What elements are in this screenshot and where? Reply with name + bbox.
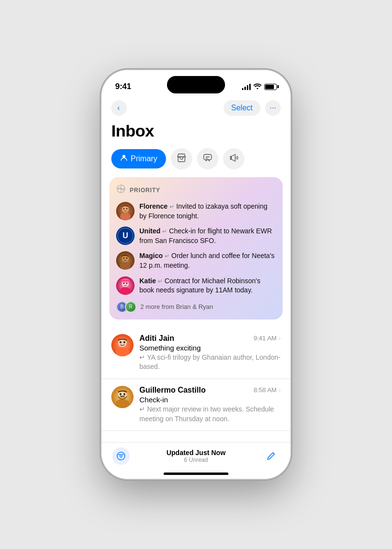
avatar-magico	[116, 251, 135, 270]
svg-point-24	[123, 282, 125, 284]
status-icons	[242, 83, 277, 91]
svg-point-25	[126, 282, 128, 284]
email-subject-aditi: Something exciting	[139, 344, 281, 352]
priority-text-katie: Katie ↵ Contract for Michael Robinson's …	[139, 276, 276, 295]
priority-emoji	[116, 184, 126, 196]
svg-point-10	[120, 213, 131, 220]
avatar-florence	[116, 202, 135, 220]
bottom-bar: Updated Just Now 6 Unread	[102, 442, 290, 470]
priority-item-florence[interactable]: Florence ↵ Invited to izakaya soft openi…	[116, 202, 276, 221]
priority-text-florence: Florence ↵ Invited to izakaya soft openi…	[139, 202, 276, 221]
priority-header: PRIORITY	[116, 184, 276, 196]
bottom-status: Updated Just Now 6 Unread	[166, 449, 226, 463]
svg-point-11	[123, 208, 125, 210]
email-time-guillermo: 8:58 AM	[254, 386, 277, 394]
tab-primary[interactable]: Primary	[111, 149, 166, 168]
svg-text:U: U	[122, 231, 128, 240]
avatar-united: U	[116, 227, 135, 245]
email-sender-guillermo: Guillermo Castillo	[139, 386, 206, 395]
chevron-aditi: ›	[279, 335, 281, 342]
email-content-guillermo: Guillermo Castillo 8:58 AM › Check-in ↵ …	[139, 386, 281, 424]
back-button[interactable]: ‹	[111, 100, 127, 116]
priority-item-united[interactable]: U United ↵ Check-in for flight to Newark…	[116, 227, 276, 245]
avatar-guillermo	[111, 386, 134, 408]
wifi-icon	[254, 83, 261, 91]
unread-text: 6 Unread	[166, 457, 226, 463]
svg-rect-27	[121, 280, 130, 281]
email-content-aditi: Aditi Jain 9:41 AM › Something exciting …	[139, 334, 281, 372]
compose-button[interactable]	[262, 447, 280, 465]
svg-point-19	[123, 258, 125, 259]
email-preview-aditi: ↵ YA sci-fi trilogy by Ghanaian author, …	[139, 353, 281, 372]
priority-label: PRIORITY	[130, 187, 160, 194]
svg-point-37	[123, 393, 125, 395]
messages-icon	[203, 153, 212, 165]
svg-point-36	[120, 393, 121, 395]
nav-right-buttons: Select ···	[224, 100, 281, 116]
status-bar: 9:41	[102, 70, 290, 96]
avatar-ryan: R	[125, 301, 136, 313]
home-indicator	[164, 473, 228, 475]
priority-text-magico: Magico ↵ Order lunch and coffee for Neet…	[139, 251, 276, 270]
tab-primary-label: Primary	[131, 154, 157, 163]
main-content: Inbox Primary	[102, 120, 290, 442]
email-meta-aditi: 9:41 AM ›	[254, 335, 281, 342]
tab-messages[interactable]	[197, 148, 218, 169]
svg-point-18	[120, 262, 131, 270]
priority-section[interactable]: PRIORITY	[109, 177, 283, 320]
filter-tabs: Primary	[102, 148, 290, 177]
tab-shopping[interactable]	[171, 148, 192, 169]
status-time: 9:41	[115, 82, 131, 92]
priority-text-united: United ↵ Check-in for flight to Newark E…	[139, 227, 276, 245]
email-item-aditi[interactable]: Aditi Jain 9:41 AM › Something exciting …	[102, 327, 290, 379]
email-header-aditi: Aditi Jain 9:41 AM ›	[139, 334, 281, 343]
page-title: Inbox	[102, 120, 290, 148]
email-subject-guillermo: Check-in	[139, 396, 281, 404]
email-header-guillermo: Guillermo Castillo 8:58 AM ›	[139, 386, 281, 395]
more-icon: ···	[270, 104, 276, 112]
priority-item-magico[interactable]: Magico ↵ Order lunch and coffee for Neet…	[116, 251, 276, 270]
svg-point-23	[120, 287, 131, 295]
email-sender-aditi: Aditi Jain	[139, 334, 174, 343]
priority-more-row[interactable]: B R 2 more from Brian & Ryan	[116, 301, 276, 313]
select-button[interactable]: Select	[224, 100, 260, 116]
battery-icon	[264, 84, 277, 90]
updated-text: Updated Just Now	[166, 449, 226, 457]
shopping-icon	[177, 153, 186, 165]
svg-point-12	[126, 208, 128, 210]
priority-item-katie[interactable]: Katie ↵ Contract for Michael Robinson's …	[116, 276, 276, 295]
email-meta-guillermo: 8:58 AM ›	[254, 386, 281, 394]
email-time-aditi: 9:41 AM	[254, 335, 277, 342]
email-item-guillermo[interactable]: Guillermo Castillo 8:58 AM › Check-in ↵ …	[102, 379, 290, 431]
chevron-guillermo: ›	[279, 386, 281, 394]
svg-point-0	[122, 155, 125, 158]
tab-promotions[interactable]	[223, 148, 244, 169]
back-icon: ‹	[117, 104, 120, 112]
avatar-aditi	[111, 334, 134, 356]
avatar-katie	[116, 276, 135, 295]
svg-point-20	[126, 258, 128, 259]
dynamic-island	[167, 76, 225, 93]
email-list: Aditi Jain 9:41 AM › Something exciting …	[102, 327, 290, 431]
svg-point-31	[120, 341, 121, 343]
filter-button[interactable]	[112, 447, 130, 465]
svg-point-32	[123, 341, 125, 343]
primary-person-icon	[120, 154, 128, 164]
signal-icon	[242, 84, 251, 90]
more-avatars: B R	[116, 301, 136, 313]
promotions-icon	[229, 153, 239, 165]
email-preview-guillermo: ↵ Next major review in two weeks. Schedu…	[139, 405, 281, 424]
priority-more-text: 2 more from Brian & Ryan	[140, 303, 213, 310]
nav-bar: ‹ Select ···	[102, 96, 290, 120]
more-button[interactable]: ···	[265, 100, 281, 116]
